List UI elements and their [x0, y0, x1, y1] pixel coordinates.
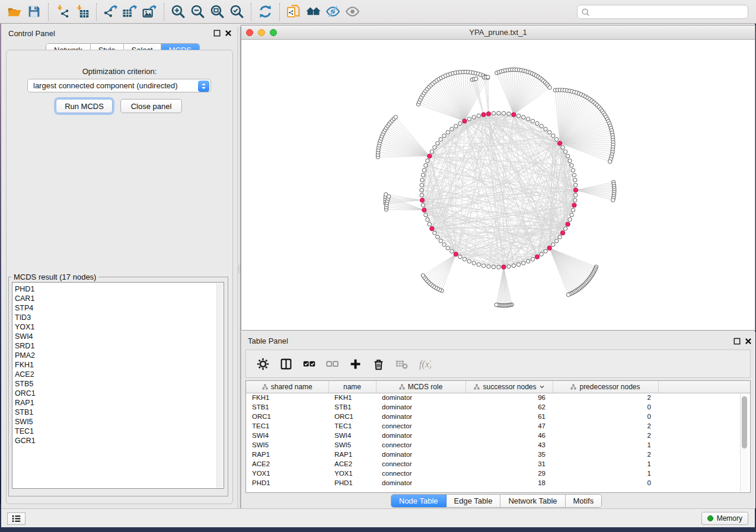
optimization-criterion-value: largest connected component (undirected): [33, 81, 178, 90]
table-row[interactable]: SWI5SWI5connector431: [246, 440, 750, 450]
column-header-name[interactable]: name: [328, 381, 376, 393]
first-neighbors-icon[interactable]: [304, 3, 323, 21]
table-panel-close-icon[interactable]: [745, 338, 752, 345]
import-network-icon[interactable]: [53, 3, 72, 21]
clone-network-icon[interactable]: [284, 3, 304, 21]
toolbar-separator: [48, 3, 49, 21]
mcds-list-scrollbar[interactable]: [216, 283, 223, 488]
table-row[interactable]: ORC1ORC1dominator610: [246, 412, 750, 421]
mcds-result-item[interactable]: SWI5: [15, 417, 224, 427]
delete-row-icon[interactable]: [371, 357, 385, 371]
network-view-window: YPA_prune.txt_1: [241, 25, 755, 331]
export-table-icon[interactable]: [120, 3, 140, 21]
search-input[interactable]: [592, 8, 744, 16]
settings-gear-icon[interactable]: [256, 357, 270, 371]
table-row[interactable]: RAP1RAP1dominator352: [246, 450, 750, 459]
mcds-result-item[interactable]: TEC1: [15, 427, 224, 436]
mcds-result-item[interactable]: ORC1: [15, 389, 224, 398]
table-row[interactable]: YOX1YOX1connector291: [246, 469, 750, 478]
memory-button[interactable]: Memory: [701, 512, 748, 525]
zoom-selected-icon[interactable]: [227, 3, 247, 21]
open-folder-icon[interactable]: [5, 3, 24, 21]
export-image-icon[interactable]: [140, 3, 160, 21]
mcds-result-item[interactable]: PHD1: [15, 284, 224, 294]
mcds-result-item[interactable]: FKH1: [15, 360, 224, 370]
mcds-result-item[interactable]: SWI4: [15, 332, 224, 341]
tab-node-table[interactable]: Node Table: [391, 495, 446, 507]
tab-edge-table[interactable]: Edge Table: [446, 495, 501, 507]
sort-descending-icon: [540, 385, 544, 389]
refresh-icon[interactable]: [256, 3, 275, 21]
mcds-result-item[interactable]: YOX1: [15, 322, 224, 332]
zoom-out-icon[interactable]: [188, 3, 208, 21]
network-canvas[interactable]: [241, 40, 755, 330]
network-window-titlebar[interactable]: YPA_prune.txt_1: [241, 25, 755, 40]
deselect-all-icon[interactable]: [325, 357, 339, 371]
show-columns-icon[interactable]: [279, 357, 293, 371]
table-row[interactable]: PHD1PHD1dominator180: [246, 478, 750, 488]
mcds-result-item[interactable]: TID3: [15, 313, 224, 322]
mcds-result-item[interactable]: GCR1: [15, 436, 224, 446]
column-header-MCDS-role[interactable]: MCDS role: [376, 381, 465, 393]
mcds-result-item[interactable]: CAR1: [15, 294, 224, 303]
column-type-icon: [474, 384, 480, 390]
show-all-icon[interactable]: [343, 3, 362, 21]
column-header-successor-nodes[interactable]: successor nodes: [465, 381, 553, 393]
control-panel-float-icon[interactable]: [213, 30, 221, 37]
network-graph[interactable]: [241, 40, 755, 329]
column-type-icon: [262, 384, 268, 390]
node-table: shared namenameMCDS rolesuccessor nodesp…: [245, 380, 751, 493]
table-row[interactable]: FKH1FKH1dominator962: [246, 393, 750, 402]
memory-status-icon: [707, 515, 713, 521]
table-scrollbar-thumb[interactable]: [742, 396, 747, 448]
close-traffic-light-icon[interactable]: [246, 29, 253, 36]
list-icon: [11, 514, 21, 524]
column-header-filler: [658, 381, 750, 393]
mcds-result-item[interactable]: STB5: [15, 379, 224, 389]
table-scrollbar[interactable]: [740, 394, 748, 492]
table-row[interactable]: ACE2ACE2connector311: [246, 459, 750, 469]
mcds-result-item[interactable]: SRD1: [15, 341, 224, 351]
splitter-handle[interactable]: [238, 265, 240, 273]
maximize-traffic-light-icon[interactable]: [270, 29, 277, 36]
mcds-result-item[interactable]: STB1: [15, 408, 224, 417]
export-network-icon[interactable]: [101, 3, 120, 21]
column-header-predecessor-nodes[interactable]: predecessor nodes: [553, 381, 658, 393]
function-builder-icon: f(x): [417, 357, 432, 371]
table-panel-float-icon[interactable]: [733, 338, 741, 345]
column-header-shared-name[interactable]: shared name: [246, 381, 328, 393]
close-panel-button[interactable]: Close panel: [120, 99, 182, 113]
mcds-result-item[interactable]: PMA2: [15, 351, 224, 360]
run-mcds-button[interactable]: Run MCDS: [56, 99, 113, 113]
mcds-result-title: MCDS result (17 nodes): [11, 273, 98, 281]
column-type-icon: [570, 384, 576, 390]
tab-network-table[interactable]: Network Table: [500, 495, 565, 507]
mcds-result-item[interactable]: STP4: [15, 303, 224, 313]
mcds-result-item[interactable]: RAP1: [15, 398, 224, 408]
status-bar: Memory: [1, 508, 755, 527]
network-window-title: YPA_prune.txt_1: [469, 28, 527, 37]
select-all-icon[interactable]: [302, 357, 316, 371]
add-row-icon[interactable]: [348, 357, 362, 371]
table-row[interactable]: SWI4SWI4dominator462: [246, 431, 750, 440]
zoom-fit-icon[interactable]: [208, 3, 227, 21]
tab-motifs[interactable]: Motifs: [566, 495, 602, 507]
hide-selected-icon[interactable]: [323, 3, 343, 21]
table-header[interactable]: shared namenameMCDS rolesuccessor nodesp…: [246, 381, 750, 393]
mcds-result-list[interactable]: PHD1CAR1STP4TID3YOX1SWI4SRD1PMA2FKH1ACE2…: [12, 282, 224, 489]
import-table-icon[interactable]: [72, 3, 92, 21]
zoom-in-icon[interactable]: [168, 3, 188, 21]
mcds-result-item[interactable]: ACE2: [15, 370, 224, 379]
task-history-button[interactable]: [7, 512, 25, 525]
table-row[interactable]: STB1STB1dominator620: [246, 402, 750, 412]
memory-label: Memory: [717, 514, 742, 523]
table-row[interactable]: TEC1TEC1connector472: [246, 421, 750, 431]
save-icon[interactable]: [24, 3, 44, 21]
mcds-result-group: MCDS result (17 nodes) PHD1CAR1STP4TID3Y…: [8, 273, 228, 496]
optimization-criterion-select[interactable]: largest connected component (undirected): [27, 79, 211, 92]
search-box[interactable]: [577, 5, 748, 19]
control-panel-title: Control Panel: [8, 29, 55, 38]
control-panel-close-icon[interactable]: [225, 30, 232, 37]
search-icon: [581, 8, 590, 17]
minimize-traffic-light-icon[interactable]: [258, 29, 265, 36]
